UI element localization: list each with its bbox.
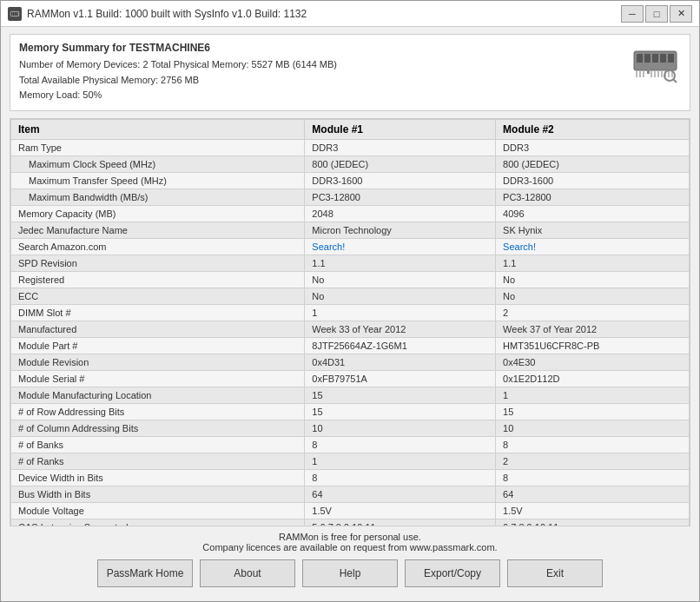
table-row: # of Column Addressing Bits1010 <box>11 420 690 436</box>
table-row: Search Amazon.comSearch!Search! <box>11 238 690 255</box>
table-row: # of Row Addressing Bits1515 <box>11 403 690 420</box>
cell-module1: 5 6 7 8 9 10 11 <box>305 519 496 526</box>
cell-item: DIMM Slot # <box>11 304 305 321</box>
cell-module1: 15 <box>305 403 496 420</box>
cell-module2[interactable]: Search! <box>496 238 690 255</box>
cell-item: ECC <box>11 288 305 304</box>
cell-item: Manufactured <box>11 321 305 337</box>
svg-rect-1 <box>11 12 13 16</box>
cell-module1: 8 <box>305 436 496 453</box>
help-button[interactable]: Help <box>302 559 398 587</box>
cell-module1: 1.5V <box>305 502 496 519</box>
content-area: Memory Summary for TESTMACHINE6 Number o… <box>1 27 699 601</box>
minimize-button[interactable]: ─ <box>621 5 644 23</box>
cell-module2: No <box>496 288 690 304</box>
footer-text: RAMMon is free for personal use. Company… <box>10 526 690 556</box>
cell-module1: 8 <box>305 469 496 486</box>
cell-module1: No <box>305 288 496 304</box>
cell-module2: 6 7 8 9 10 11 <box>496 519 690 526</box>
cell-item: Search Amazon.com <box>11 238 305 255</box>
cell-item: Device Width in Bits <box>11 469 305 486</box>
cell-item: Module Part # <box>11 337 305 354</box>
table-row: Maximum Transfer Speed (MHz)DDR3-1600DDR… <box>11 172 690 189</box>
table-row: Memory Capacity (MB)20484096 <box>11 205 690 222</box>
table-row: Module Revision0x4D310x4E30 <box>11 354 690 370</box>
col-item: Item <box>11 119 305 139</box>
cell-module2: 0x1E2D112D <box>496 370 690 387</box>
passmark-home-button[interactable]: PassMark Home <box>97 559 193 587</box>
svg-rect-4 <box>17 12 18 16</box>
svg-rect-10 <box>668 54 674 63</box>
svg-line-23 <box>673 79 677 83</box>
summary-logo <box>629 42 681 85</box>
cell-item: SPD Revision <box>11 255 305 271</box>
cell-module2: 15 <box>496 403 690 420</box>
cell-module2: 8 <box>496 436 690 453</box>
cell-item: Module Manufacturing Location <box>11 387 305 403</box>
cell-module1: 1 <box>305 453 496 469</box>
cell-item: # of Banks <box>11 436 305 453</box>
table-row: CAS Latencies Supported5 6 7 8 9 10 116 … <box>11 519 690 526</box>
title-bar-controls: ─ □ ✕ <box>621 5 692 23</box>
svg-rect-2 <box>13 12 15 16</box>
svg-rect-13 <box>639 70 641 77</box>
export-copy-button[interactable]: Export/Copy <box>405 559 500 587</box>
svg-rect-11 <box>647 69 650 74</box>
cell-item: Maximum Transfer Speed (MHz) <box>11 172 305 189</box>
cell-module1: Week 33 of Year 2012 <box>305 321 496 337</box>
svg-rect-3 <box>15 12 17 16</box>
memory-table: Item Module #1 Module #2 Ram TypeDDR3DDR… <box>10 119 690 526</box>
footer-line2: Company licences are available on reques… <box>10 542 690 552</box>
cell-module2: DDR3-1600 <box>496 172 690 189</box>
cell-module1: PC3-12800 <box>305 189 496 205</box>
cell-module1[interactable]: Search! <box>305 238 496 255</box>
cell-item: # of Column Addressing Bits <box>11 420 305 436</box>
maximize-button[interactable]: □ <box>645 5 668 23</box>
col-module2: Module #2 <box>496 119 690 139</box>
table-row: Bus Width in Bits6464 <box>11 486 690 502</box>
table-row: # of Ranks12 <box>11 453 690 469</box>
col-module1: Module #1 <box>305 119 496 139</box>
table-row: ECCNoNo <box>11 288 690 304</box>
cell-item: Module Revision <box>11 354 305 370</box>
cell-item: Module Serial # <box>11 370 305 387</box>
ram-logo-icon <box>631 44 679 83</box>
footer-line1: RAMMon is free for personal use. <box>10 532 690 542</box>
table-row: Device Width in Bits88 <box>11 469 690 486</box>
svg-rect-14 <box>643 70 644 77</box>
cell-module1: 0xFB79751A <box>305 370 496 387</box>
cell-item: Ram Type <box>11 139 305 155</box>
exit-button[interactable]: Exit <box>507 559 603 587</box>
cell-module2: 1 <box>496 387 690 403</box>
table-row: Jedec Manufacture NameMicron TechnologyS… <box>11 222 690 238</box>
cell-module1: 800 (JEDEC) <box>305 155 496 172</box>
data-table-container[interactable]: Item Module #1 Module #2 Ram TypeDDR3DDR… <box>10 118 690 526</box>
summary-title: Memory Summary for TESTMACHINE6 <box>19 42 629 54</box>
svg-rect-12 <box>636 70 637 77</box>
cell-module2: Week 37 of Year 2012 <box>496 321 690 337</box>
cell-module2: DDR3 <box>496 139 690 155</box>
close-button[interactable]: ✕ <box>670 5 692 23</box>
cell-module1: 8JTF25664AZ-1G6M1 <box>305 337 496 354</box>
cell-module1: DDR3-1600 <box>305 172 496 189</box>
svg-rect-16 <box>654 70 656 77</box>
cell-item: Maximum Bandwidth (MB/s) <box>11 189 305 205</box>
title-bar-left: RAMMon v1.1 Build: 1000 built with SysIn… <box>8 7 307 21</box>
table-row: Maximum Bandwidth (MB/s)PC3-12800PC3-128… <box>11 189 690 205</box>
svg-rect-9 <box>660 54 666 63</box>
table-row: DIMM Slot #12 <box>11 304 690 321</box>
main-window: RAMMon v1.1 Build: 1000 built with SysIn… <box>0 0 700 602</box>
table-row: Maximum Clock Speed (MHz)800 (JEDEC)800 … <box>11 155 690 172</box>
cell-module2: PC3-12800 <box>496 189 690 205</box>
table-row: Module Manufacturing Location151 <box>11 387 690 403</box>
cell-item: Bus Width in Bits <box>11 486 305 502</box>
svg-rect-6 <box>637 54 643 63</box>
cell-item: Jedec Manufacture Name <box>11 222 305 238</box>
cell-module1: 64 <box>305 486 496 502</box>
cell-module2: 800 (JEDEC) <box>496 155 690 172</box>
table-row: SPD Revision1.11.1 <box>11 255 690 271</box>
cell-module2: No <box>496 271 690 288</box>
title-bar: RAMMon v1.1 Build: 1000 built with SysIn… <box>1 1 699 27</box>
about-button[interactable]: About <box>200 559 295 587</box>
cell-module2: 2 <box>496 453 690 469</box>
